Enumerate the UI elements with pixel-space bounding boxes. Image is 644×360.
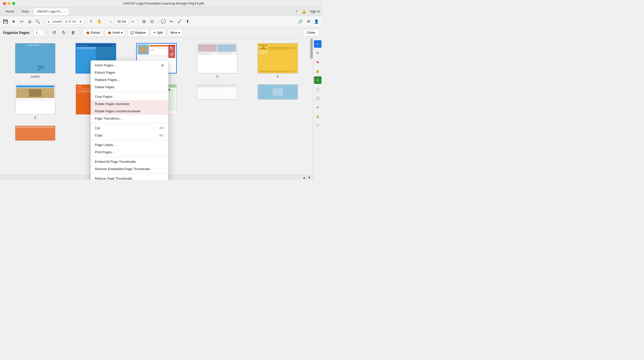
page-thumb-cover1[interactable]: The LEGO Foundation unicef 🦄 Learningthr… <box>8 43 63 78</box>
page-number-select[interactable]: 1 <box>33 29 44 36</box>
tab-bar-actions: ? 🔔 Sign In <box>296 10 320 14</box>
context-reduce-thumbnails[interactable]: Reduce Page Thumbnails <box>91 175 168 180</box>
context-menu: Insert Pages... ▶ Extract Pages Replace … <box>91 60 169 180</box>
document-tab[interactable]: UNICEF-Lego-Fo... × <box>33 8 69 15</box>
replace-icon: 🔄 <box>130 31 134 34</box>
context-remove-thumbnails[interactable]: Remove Embedded Page Thumbnails <box>91 165 168 173</box>
rotate-clockwise-overlay-button[interactable]: ↻ <box>170 46 174 51</box>
sidebar-lock-icon[interactable]: 🔐 <box>314 67 321 75</box>
minimize-window-button[interactable] <box>8 2 11 5</box>
sidebar-bookmark-icon[interactable]: 🔖 <box>314 58 321 66</box>
page-up-button[interactable]: ▲ <box>46 19 51 24</box>
cursor-tool-icon[interactable]: ↖ <box>88 18 95 25</box>
mail-icon[interactable]: ✉ <box>305 18 312 25</box>
sidebar-pages-icon[interactable]: ☰ <box>314 76 321 84</box>
sidebar-security-icon[interactable]: 🔒 <box>314 113 321 120</box>
back-icon[interactable]: ↩ <box>18 18 25 25</box>
zoom-input[interactable] <box>115 19 129 25</box>
page-label-cover1: cover1 <box>31 75 40 78</box>
page-down-button[interactable]: ▼ <box>78 19 83 24</box>
maximize-window-button[interactable] <box>12 2 15 5</box>
context-replace-pages[interactable]: Replace Pages... <box>91 76 168 83</box>
page-thumb-partial-2[interactable] <box>250 84 305 120</box>
toolbar: 💾 ★ ↩ 🖨 🔍 ▲ (2 of 14) ▼ ↖ ✋ − + ⊞ ⊡ 💬 ✏ … <box>0 16 322 27</box>
notification-icon[interactable]: 🔔 <box>302 10 306 14</box>
page-number-input[interactable] <box>51 19 63 24</box>
context-page-labels[interactable]: Page Labels... <box>91 141 168 148</box>
comment-icon[interactable]: 💬 <box>160 18 167 25</box>
tools-tab[interactable]: Tools <box>18 7 32 16</box>
search-icon[interactable]: 🔍 <box>34 18 41 25</box>
hand-tool-icon[interactable]: ✋ <box>96 18 103 25</box>
page-thumbnail-4[interactable]: 1. Introduction <box>258 43 298 73</box>
zoom-out-button[interactable]: − <box>107 18 114 25</box>
context-rotate-clockwise[interactable]: Rotate Pages clockwise <box>91 100 168 108</box>
user-icon[interactable]: 👤 <box>313 18 320 25</box>
split-button[interactable]: ✂ Split <box>151 29 166 36</box>
share-icon[interactable]: ⬆ <box>184 18 191 25</box>
context-page-transitions[interactable]: Page Transitions... <box>91 115 168 122</box>
toolbar-separator-3 <box>105 19 105 24</box>
selection-icon[interactable]: ⊡ <box>149 18 156 25</box>
context-insert-pages[interactable]: Insert Pages... ▶ <box>91 62 168 69</box>
page-thumbnail-3[interactable] <box>197 43 237 73</box>
page-thumb-3[interactable]: 3 <box>189 43 245 78</box>
insert-button[interactable]: 📥 Insert ▾ <box>105 29 125 36</box>
page-thumbnail-partial-2[interactable] <box>258 84 298 99</box>
document-tab-close[interactable]: × <box>64 10 66 13</box>
sign-in-button[interactable]: Sign In <box>310 10 320 13</box>
document-icon: 📄 <box>118 2 122 5</box>
replace-button[interactable]: 🔄 Replace <box>127 29 149 36</box>
page-thumb-partial-1[interactable] <box>189 84 245 120</box>
context-crop-pages[interactable]: Crop Pages... <box>91 93 168 100</box>
more-button[interactable]: More ▾ <box>168 29 183 36</box>
close-organize-button[interactable]: Close <box>303 29 319 36</box>
zoom-in-button[interactable]: + <box>129 18 136 25</box>
context-rotate-counterclockwise[interactable]: Rotate Pages counterclockwise <box>91 108 168 115</box>
highlight-icon[interactable]: 🖊 <box>176 18 183 25</box>
sidebar-document-icon[interactable]: 📋 <box>314 85 321 93</box>
split-icon: ✂ <box>153 31 156 34</box>
sidebar-comment-icon[interactable]: 💬 <box>314 94 321 102</box>
page-thumb-partial-3[interactable] <box>8 126 63 141</box>
scroll-to-bottom-button[interactable]: ▼ <box>307 176 311 180</box>
sidebar-organize-icon[interactable]: ≡ <box>314 40 321 48</box>
sidebar-redact-icon[interactable]: ✉ <box>314 104 321 111</box>
bookmark-icon[interactable]: ★ <box>10 18 17 25</box>
page-thumb-4[interactable]: 1. Introduction <box>250 43 305 78</box>
rotate-counterclockwise-overlay-button[interactable]: ↺ <box>170 52 174 57</box>
help-icon[interactable]: ? <box>296 10 298 14</box>
print-icon[interactable]: 🖨 <box>26 18 33 25</box>
link-icon[interactable]: 🔗 <box>297 18 304 25</box>
delete-page-button[interactable]: 🗑 <box>69 29 77 36</box>
page-thumbnail-cover1[interactable]: The LEGO Foundation unicef 🦄 Learningthr… <box>15 43 55 73</box>
sidebar-tools-2-icon[interactable]: ☑ <box>314 122 321 129</box>
rotate-counterclockwise-button[interactable]: ↺ <box>50 29 58 36</box>
home-tab[interactable]: Home <box>2 7 18 16</box>
organize-pages-title: Organize Pages <box>3 31 29 35</box>
page-thumbnail-partial-3[interactable] <box>15 126 55 141</box>
scrollbar-thumb[interactable] <box>310 39 313 59</box>
pen-icon[interactable]: ✏ <box>168 18 175 25</box>
save-icon[interactable]: 💾 <box>2 18 9 25</box>
context-embed-thumbnails[interactable]: Embed All Page Thumbnails <box>91 158 168 165</box>
rotate-overlay[interactable]: ↻ ↺ <box>168 45 175 58</box>
page-navigation[interactable]: ▲ (2 of 14) ▼ <box>46 19 84 25</box>
sidebar-view-icon[interactable]: 👁 <box>314 49 321 57</box>
scroll-to-top-button[interactable]: ▲ <box>302 176 306 180</box>
close-window-button[interactable] <box>3 2 6 5</box>
context-cut[interactable]: Cut ⌘X <box>91 124 168 132</box>
fit-page-icon[interactable]: ⊞ <box>141 18 148 25</box>
page-thumb-5[interactable]: 5 <box>8 84 63 120</box>
extract-button[interactable]: 📤 Extract <box>83 29 103 36</box>
context-print-pages[interactable]: Print Pages... <box>91 148 168 156</box>
context-copy[interactable]: Copy ⌘C <box>91 132 168 139</box>
page-thumbnail-partial-1[interactable] <box>197 84 237 99</box>
context-delete-pages[interactable]: Delete Pages <box>91 83 168 91</box>
context-extract-pages[interactable]: Extract Pages <box>91 69 168 76</box>
window-title: 📄 UNICEF-Lego-Foundation-Learning-throug… <box>118 2 204 5</box>
window-controls[interactable] <box>3 2 15 5</box>
rotate-clockwise-button[interactable]: ↻ <box>60 29 67 36</box>
zoom-controls: − + <box>107 18 136 25</box>
page-thumbnail-5[interactable] <box>15 84 55 115</box>
